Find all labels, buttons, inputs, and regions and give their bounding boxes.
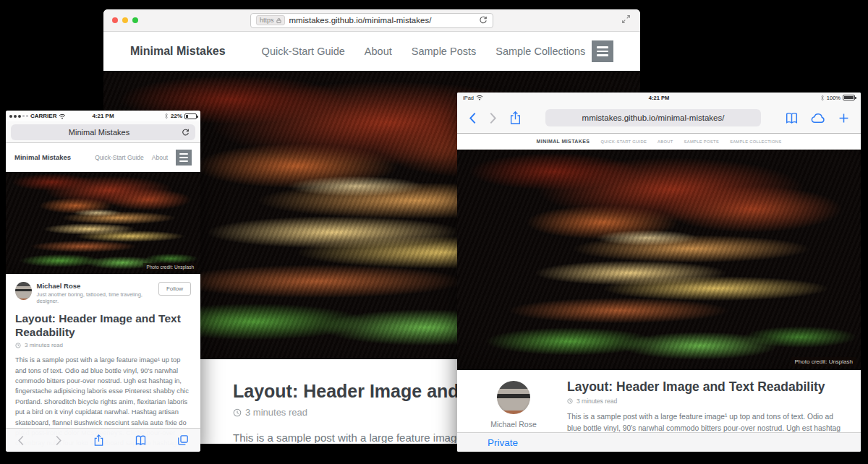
address-bar[interactable]: https mmistakes.github.io/minimal-mistak…: [250, 13, 493, 28]
clock-icon: [567, 398, 573, 404]
iphone-safari-window: CARRIER 4:21 PM 22% Minimal Mistakes Min…: [6, 111, 200, 452]
url-text: mmistakes.github.io/minimal-mistakes/: [289, 16, 475, 25]
post-body: This is a sample post with a large featu…: [567, 411, 842, 432]
iphone-post-content: Michael Rose Just another boring, tattoo…: [6, 274, 200, 452]
private-browsing-bar[interactable]: Private: [457, 432, 861, 452]
share-icon[interactable]: [509, 111, 522, 125]
reload-icon[interactable]: [479, 16, 488, 25]
site-brand[interactable]: Minimal Mistakes: [14, 153, 71, 161]
author-name: Michael Rose: [476, 420, 551, 429]
nav-link-sample-collections[interactable]: Sample Collections: [730, 139, 781, 144]
window-controls[interactable]: [112, 9, 138, 31]
iphone-url-bar: Minimal Mistakes: [6, 121, 200, 143]
nav-link-about[interactable]: About: [152, 154, 168, 161]
nav-link-about[interactable]: About: [658, 139, 673, 144]
read-time: 3 minutes read: [576, 398, 617, 405]
post-title: Layout: Header Image and Text Readabilit…: [567, 379, 842, 395]
ipad-safari-window: iPad 4:21 PM 100% mmistakes.github.io/mi…: [457, 93, 861, 452]
bluetooth-icon: [820, 95, 825, 101]
zoom-window-button[interactable]: [132, 17, 138, 23]
iphone-address-bar[interactable]: Minimal Mistakes: [11, 124, 195, 140]
nav-link-quick-start[interactable]: Quick-Start Guide: [600, 139, 647, 144]
ipad-post-content: Michael Rose Just another boring, tattoo…: [457, 370, 861, 432]
nav-link-quick-start[interactable]: Quick-Start Guide: [262, 46, 345, 57]
close-window-button[interactable]: [112, 17, 118, 23]
desktop-site-nav: Minimal Mistakes Quick-Start Guide About…: [103, 32, 640, 71]
ipad-status-bar: iPad 4:21 PM 100%: [457, 93, 861, 103]
https-badge: https: [256, 15, 285, 25]
bookmarks-icon[interactable]: [135, 435, 147, 446]
author-row: Michael Rose Just another boring, tattoo…: [15, 282, 191, 304]
lock-icon: [276, 17, 281, 24]
ipad-site-nav: Minimal Mistakes Quick-Start Guide About…: [457, 134, 861, 150]
new-tab-icon[interactable]: [838, 113, 849, 124]
wifi-icon: [59, 113, 66, 119]
menu-toggle-icon[interactable]: [176, 150, 192, 166]
ipad-address-bar[interactable]: mmistakes.github.io/minimal-mistakes/: [545, 109, 761, 126]
fullscreen-icon[interactable]: [621, 14, 631, 24]
menu-toggle-icon[interactable]: [592, 40, 613, 62]
ipad-browser-toolbar: mmistakes.github.io/minimal-mistakes/: [457, 103, 861, 134]
forward-icon[interactable]: [489, 112, 497, 124]
author-bio: Just another boring, tattooed, time trav…: [37, 291, 153, 304]
bookmarks-icon[interactable]: [785, 112, 799, 124]
bluetooth-icon: [164, 113, 169, 119]
desktop-titlebar: https mmistakes.github.io/minimal-mistak…: [103, 9, 640, 32]
page-title: Minimal Mistakes: [17, 128, 182, 137]
follow-button[interactable]: Follow: [158, 282, 191, 296]
author-avatar: [497, 381, 530, 414]
read-time: 3 minutes read: [25, 342, 63, 348]
author-name: Michael Rose: [37, 282, 153, 290]
share-icon[interactable]: [93, 434, 104, 447]
iphone-site-nav: Minimal Mistakes Quick-Start Guide About: [6, 143, 200, 172]
header-feature-image: Photo credit: Unsplash: [457, 150, 861, 370]
battery-icon: [843, 95, 855, 100]
nav-link-quick-start[interactable]: Quick-Start Guide: [95, 154, 144, 161]
private-label[interactable]: Private: [488, 437, 518, 448]
post-meta: 3 minutes read: [567, 398, 842, 405]
clock-icon: [15, 343, 21, 348]
ipad-url-text: mmistakes.github.io/minimal-mistakes/: [582, 113, 725, 122]
back-icon[interactable]: [469, 112, 477, 124]
iphone-status-bar: CARRIER 4:21 PM 22%: [6, 111, 200, 121]
author-sidebar: Michael Rose Just another boring, tattoo…: [476, 379, 551, 432]
forward-icon[interactable]: [55, 435, 62, 446]
composite-canvas: https mmistakes.github.io/minimal-mistak…: [0, 0, 868, 464]
photo-credit: Photo credit: Unsplash: [791, 357, 857, 366]
tabs-icon[interactable]: [177, 434, 189, 446]
https-label: https: [260, 17, 274, 24]
reload-icon[interactable]: [182, 129, 190, 137]
header-feature-image: Photo credit: Unsplash: [6, 172, 200, 274]
site-brand[interactable]: Minimal Mistakes: [537, 139, 590, 144]
battery-percent: 22%: [171, 113, 182, 119]
iphone-bottom-toolbar: [6, 428, 200, 452]
signal-dots-icon: [9, 115, 28, 118]
nav-link-sample-collections[interactable]: Sample Collections: [495, 46, 585, 57]
clock-icon: [233, 408, 242, 417]
device-label: iPad: [463, 95, 474, 101]
minimize-window-button[interactable]: [122, 17, 128, 23]
read-time: 3 minutes read: [245, 407, 307, 418]
photo-credit: Photo credit: Unsplash: [143, 263, 197, 271]
nav-links: Quick-Start Guide About Sample Posts Sam…: [262, 46, 586, 57]
back-icon[interactable]: [17, 435, 25, 446]
nav-link-about[interactable]: About: [365, 46, 392, 57]
nav-link-sample-posts[interactable]: Sample Posts: [684, 139, 719, 144]
post-meta: 3 minutes read: [15, 342, 191, 348]
nav-link-sample-posts[interactable]: Sample Posts: [412, 46, 476, 57]
icloud-tabs-icon[interactable]: [811, 113, 826, 124]
wifi-icon: [476, 95, 483, 100]
site-brand[interactable]: Minimal Mistakes: [130, 45, 226, 58]
battery-icon: [184, 113, 197, 119]
status-time: 4:21 PM: [457, 95, 861, 101]
author-avatar: [15, 282, 32, 300]
battery-percent: 100%: [827, 95, 841, 101]
post-title: Layout: Header Image and Text Readabilit…: [15, 312, 191, 339]
carrier-label: CARRIER: [30, 113, 56, 119]
